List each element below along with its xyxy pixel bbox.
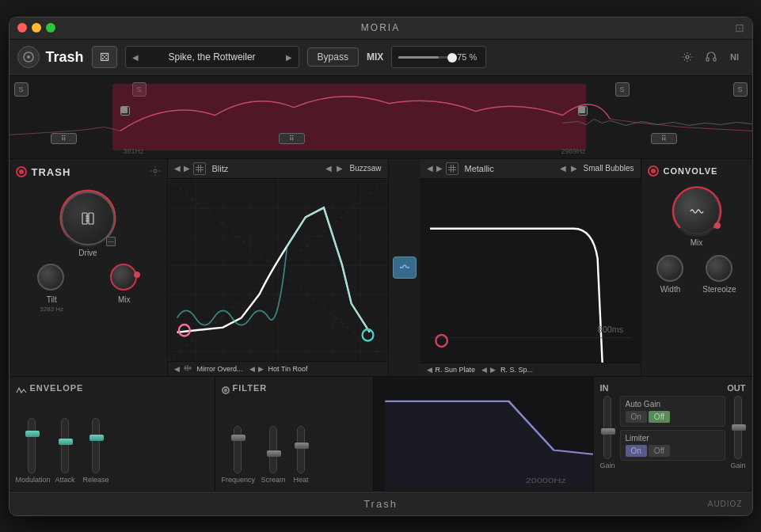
blitz-footer-next2[interactable]: ▶ [258,365,264,373]
settings-icon[interactable] [678,48,697,66]
convolve-mix-container: Mix [673,188,721,247]
scream-fader-thumb[interactable] [267,450,281,457]
blitz-footer-prev[interactable]: ◀ [174,365,180,373]
buzzsaw-next-button[interactable]: ▶ [337,164,343,173]
release-fader-thumb[interactable] [89,435,104,441]
blitz-prev-button[interactable]: ◀ [174,164,181,173]
auto-gain-group: Auto Gain On Off [620,396,726,427]
metallic-prev-button[interactable]: ◀ [427,164,433,173]
mix-slider-fill [398,56,439,59]
mix-knob-dot [134,272,140,278]
blitz-footer-style: Hot Tin Roof [268,365,308,373]
frequency-fader-container: Frequency [222,426,253,484]
mix-knob[interactable] [110,264,139,292]
limiter-label: Limiter [626,434,721,443]
small-bubbles-next[interactable]: ▶ [571,164,577,173]
release-fader-track[interactable] [92,418,100,473]
filter-display-curve: 20000Hz [374,377,593,491]
auto-gain-on-button[interactable]: On [626,411,647,423]
blitz-grid-icon[interactable] [193,162,206,175]
frequency-fader-track[interactable] [234,426,242,473]
preset-prev-button[interactable]: ◀ [132,53,139,62]
modulation-label: Modulation [16,477,48,484]
trash-header: TRASH [16,165,161,179]
limiter-on-button[interactable]: On [626,445,647,457]
mix-slider-track [398,56,452,59]
drive-knob[interactable]: — [61,192,115,245]
in-fader-thumb[interactable] [601,428,615,435]
attack-fader-track[interactable] [61,418,69,473]
wave-link-button[interactable] [393,256,417,279]
minimize-button[interactable] [32,23,41,32]
bypass-button[interactable]: Bypass [307,48,359,66]
convolve-enable-indicator[interactable] [648,165,659,177]
svg-rect-3 [713,58,716,61]
eq-waveform [10,76,752,158]
scream-fader-track[interactable] [269,426,277,473]
tilt-knob[interactable] [37,264,66,292]
tilt-knob-bg [37,264,64,291]
close-button[interactable] [17,23,27,32]
out-fader-thumb[interactable] [732,424,746,431]
trash-enable-indicator[interactable] [16,166,27,177]
blitz-next-button[interactable]: ▶ [184,164,190,173]
blitz-footer: ◀ Mirror Overd... ◀ ▶ Hot Tin Roof [168,361,388,376]
trash-settings-icon[interactable] [150,165,161,179]
metallic-footer-prev2[interactable]: ◀ [481,366,487,374]
metallic-footer-style: R. S. Sp... [500,366,533,374]
top-bar-icons: NI [678,48,744,66]
mix-slider[interactable]: 75 % [391,46,486,68]
filter-faders: Frequency Scream Heat [222,402,367,484]
eq-freq-left: 381Hz [124,147,144,155]
out-fader-col: Gain [730,396,745,470]
heat-fader-thumb[interactable] [295,443,309,449]
io-header: IN OUT [600,383,746,393]
buzzsaw-prev-button[interactable]: ◀ [325,164,332,173]
auto-gain-buttons: On Off [626,411,721,423]
frequency-fader-thumb[interactable] [231,435,245,441]
traffic-lights [17,23,55,32]
blitz-footer-prev2[interactable]: ◀ [249,365,255,373]
modulation-fader-thumb[interactable] [25,431,40,437]
in-fader-track[interactable] [603,396,611,459]
io-controls: Auto Gain On Off Limiter On Off [620,396,726,461]
stereoize-knob[interactable] [706,255,732,282]
headphone-icon[interactable] [702,48,721,66]
blitz-footer-eq-icon[interactable] [183,364,192,374]
blitz-footer-preset: Mirror Overd... [197,365,243,373]
dice-button[interactable]: ⚄ [92,46,117,68]
filter-section: FILTER Frequency Scream [215,377,374,491]
modulation-fader-track[interactable] [28,418,36,473]
footer-title: Trash [363,498,398,510]
preset-next-button[interactable]: ▶ [286,53,292,62]
mix-slider-thumb[interactable] [447,53,457,63]
width-knob-bg [656,255,683,282]
metallic-grid-icon[interactable] [446,162,459,175]
envelope-title: ENVELOPE [30,383,84,393]
metallic-footer-prev[interactable]: ◀ [427,366,432,374]
metallic-wave-area[interactable]: 800ms [420,179,641,363]
attack-fader-thumb[interactable] [59,439,73,445]
zoom-button[interactable] [46,23,55,32]
filter-enable-indicator[interactable] [222,386,230,394]
heat-fader-track[interactable] [297,426,305,473]
small-bubbles-prev[interactable]: ◀ [560,164,566,173]
eq-freq-right: 2969Hz [561,147,585,155]
blitz-wave-area[interactable] [168,179,388,361]
drive-knob-bg: — [61,192,115,245]
convolve-mix-knob[interactable] [673,188,721,235]
blitz-header: ◀ ▶ Blitz ◀ ▶ Buzzsaw [168,159,388,179]
maximize-icon[interactable]: ⊡ [735,21,744,34]
metallic-footer-next2[interactable]: ▶ [490,366,496,374]
out-fader-track[interactable] [734,396,742,459]
auto-gain-off-button[interactable]: Off [649,411,670,423]
mix-value: 75 % [457,52,479,62]
limiter-buttons: On Off [626,445,721,457]
width-knob[interactable] [656,255,683,282]
metallic-next-button[interactable]: ▶ [436,164,443,173]
stereoize-knob-bg [706,255,732,282]
limiter-off-button[interactable]: Off [649,445,670,457]
main-section: TRASH [10,159,752,377]
filter-display-section[interactable]: 20000Hz [374,377,594,491]
top-bar: Trash ⚄ ◀ Spike, the Rottweiler ▶ Bypass… [10,40,752,76]
